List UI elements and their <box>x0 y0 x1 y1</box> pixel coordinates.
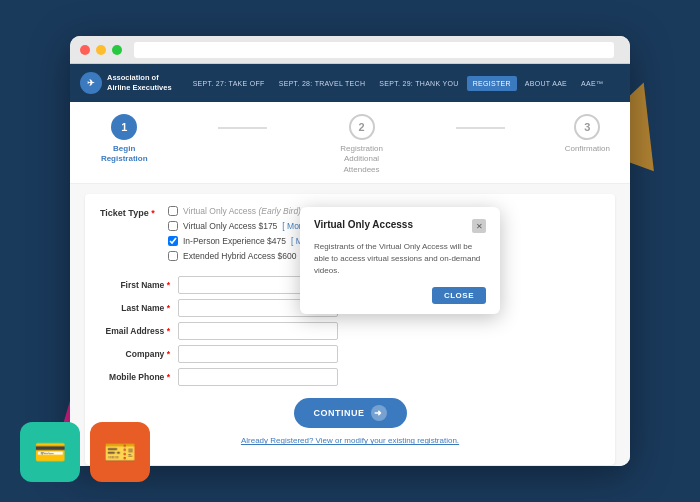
continue-button[interactable]: CONTINUE ➜ <box>294 398 407 428</box>
nav-links: SEPT. 27: TAKE OFF SEPT. 28: TRAVEL TECH… <box>187 76 620 91</box>
company-input[interactable] <box>178 345 338 363</box>
nav-link-takeoff[interactable]: SEPT. 27: TAKE OFF <box>187 76 271 91</box>
already-registered-link[interactable]: Already Registered? View or modify your … <box>100 436 600 445</box>
modal-title: Virtual Only Accesss <box>314 219 413 230</box>
step-1: 1 Begin Registration <box>90 114 158 165</box>
ticket-checkbox-2[interactable] <box>168 236 178 246</box>
step-2-circle: 2 <box>349 114 375 140</box>
continue-btn-area: CONTINUE ➜ <box>100 398 600 428</box>
form-row-email: Email Address * <box>100 322 600 340</box>
ticket-type-label: Ticket Type * <box>100 206 160 266</box>
step-2: 2 Registration Additional Attendees <box>327 114 395 175</box>
email-input[interactable] <box>178 322 338 340</box>
modal-close-x-button[interactable]: ✕ <box>472 219 486 233</box>
modal-box: Virtual Only Accesss ✕ Registrants of th… <box>300 207 500 314</box>
badge-icon: 🎫 <box>104 437 136 468</box>
phone-input[interactable] <box>178 368 338 386</box>
card-icon: 💳 <box>34 437 66 468</box>
modal-footer: CLOSE <box>314 287 486 304</box>
ticket-option-label-2: In-Person Experience $475 <box>183 236 286 246</box>
step-3-label: Confirmation <box>565 144 610 154</box>
modal-header: Virtual Only Accesss ✕ <box>314 219 486 233</box>
form-row-phone: Mobile Phone * <box>100 368 600 386</box>
browser-dot-yellow[interactable] <box>96 45 106 55</box>
nav-logo: ✈ Association of Airline Executives <box>80 72 172 94</box>
browser-window: ✈ Association of Airline Executives SEPT… <box>70 36 630 466</box>
continue-btn-label: CONTINUE <box>314 408 365 418</box>
step-2-label: Registration Additional Attendees <box>327 144 395 175</box>
nav-link-about[interactable]: ABOUT AAE <box>519 76 573 91</box>
step-1-label: Begin Registration <box>90 144 158 165</box>
browser-url-bar <box>134 42 614 58</box>
ticket-option-label-3: Extended Hybrid Access $600 <box>183 251 296 261</box>
site-content: 1 Begin Registration 2 Registration Addi… <box>70 102 630 466</box>
modal-close-button[interactable]: CLOSE <box>432 287 486 304</box>
email-label: Email Address * <box>100 326 170 336</box>
ticket-checkbox-0[interactable] <box>168 206 178 216</box>
ticket-checkbox-3[interactable] <box>168 251 178 261</box>
bottom-icons: 💳 🎫 <box>20 422 150 482</box>
nav-link-aae[interactable]: AAE™ <box>575 76 609 91</box>
ticket-checkbox-1[interactable] <box>168 221 178 231</box>
browser-dot-red[interactable] <box>80 45 90 55</box>
card-icon-badge[interactable]: 💳 <box>20 422 80 482</box>
nav-link-traveltech[interactable]: SEPT. 28: TRAVEL TECH <box>273 76 372 91</box>
nav-link-thankyou[interactable]: SEPT. 29: THANK YOU <box>373 76 464 91</box>
nav-logo-text: Association of Airline Executives <box>107 73 172 93</box>
step-3: 3 Confirmation <box>565 114 610 154</box>
nav-logo-icon: ✈ <box>80 72 102 94</box>
lastname-label: Last Name * <box>100 303 170 313</box>
step-connector-1 <box>218 127 267 129</box>
nav-link-register[interactable]: REGISTER <box>467 76 517 91</box>
step-connector-2 <box>456 127 505 129</box>
form-row-company: Company * <box>100 345 600 363</box>
step-3-circle: 3 <box>574 114 600 140</box>
steps-bar: 1 Begin Registration 2 Registration Addi… <box>70 102 630 184</box>
company-label: Company * <box>100 349 170 359</box>
phone-label: Mobile Phone * <box>100 372 170 382</box>
browser-dot-green[interactable] <box>112 45 122 55</box>
modal-body: Registrants of the Virtual Only Access w… <box>314 241 486 277</box>
step-1-circle: 1 <box>111 114 137 140</box>
site-nav: ✈ Association of Airline Executives SEPT… <box>70 64 630 102</box>
browser-chrome <box>70 36 630 64</box>
ticket-option-label-1: Virtual Only Access $175 <box>183 221 277 231</box>
firstname-label: First Name * <box>100 280 170 290</box>
badge-icon-badge[interactable]: 🎫 <box>90 422 150 482</box>
continue-arrow-icon: ➜ <box>371 405 387 421</box>
